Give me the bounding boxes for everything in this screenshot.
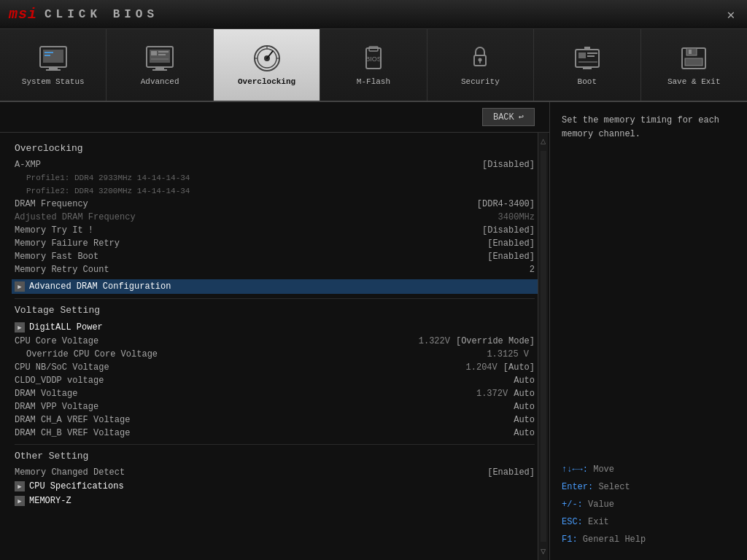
submenu-arrow-icon: ▶ [15,281,25,292]
submenu-cpu-specs[interactable]: ▶ CPU Specifications [15,479,535,494]
nav-tab-m-flash[interactable]: BIOS M-Flash [320,29,427,101]
nav-tab-security[interactable]: Security [427,29,534,101]
back-bar: BACK ↩ [0,102,549,133]
nav-label-overclocking: Overclocking [238,77,295,86]
submenu-cpu-specs-icon: ▶ [15,481,25,491]
submenu-digitall-label: DigitALL Power [29,322,103,332]
svg-line-17 [267,51,273,58]
submenu-digitall-icon: ▶ [15,322,25,332]
msi-logo: msi [9,6,37,23]
header: msi CLICK BIOS ✕ [0,0,747,29]
security-icon [464,44,496,73]
separator-1 [15,298,535,299]
svg-rect-13 [152,69,167,71]
m-flash-icon: BIOS [357,44,390,73]
setting-row-mem-fail[interactable]: Memory Failure Retry [Enabled] [15,237,535,250]
nav-label-boot: Boot [578,77,597,86]
nav-tab-save-exit[interactable]: Save & Exit [641,29,747,101]
help-text: Set the memory timing for each memory ch… [562,114,735,141]
svg-rect-9 [158,51,169,52]
svg-rect-37 [685,58,703,66]
key-move: ↑↓←→: Move [562,461,735,478]
nav-label-m-flash: M-Flash [357,77,390,86]
svg-rect-31 [578,61,597,63]
nav-tab-boot[interactable]: Boot [534,29,640,101]
nav-label-security: Security [461,77,500,86]
save-exit-icon [678,44,710,73]
scroll-up-arrow[interactable]: △ [541,133,546,149]
svg-rect-1 [43,50,63,63]
setting-row-axmp[interactable]: A-XMP [Disabled] [15,158,535,171]
left-panel: BACK ↩ Overclocking A-XMP [Disabled] Pro… [0,102,550,560]
click-bios-label: CLICK BIOS [44,8,158,21]
svg-rect-32 [584,47,590,50]
svg-rect-12 [155,67,164,69]
svg-text:BIOS: BIOS [365,55,382,63]
section-title: Overclocking [15,143,535,154]
svg-rect-30 [587,55,595,57]
other-section-title: Other Setting [15,451,535,462]
svg-rect-36 [689,50,692,54]
svg-rect-33 [583,67,592,69]
content-area: Overclocking A-XMP [Disabled] Profile1: … [0,133,549,560]
submenu-cpu-specs-label: CPU Specifications [29,481,124,491]
setting-row-cldo[interactable]: CLDO_VDDP voltage Auto [15,374,535,387]
submenu-memory-z-label: MEMORY-Z [29,496,71,506]
key-value: +/-: Value [562,496,735,513]
separator-2 [15,444,535,445]
setting-value-axmp: [Disabled] [482,160,535,170]
setting-row-mem-retry[interactable]: Memory Retry Count 2 [15,263,535,276]
setting-row-cpu-core-v[interactable]: CPU Core Voltage 1.322V [Override Mode] [15,335,535,348]
nav-tab-overclocking[interactable]: Overclocking [214,29,320,101]
setting-row-profile2: Profile2: DDR4 3200MHz 14-14-14-34 [15,184,535,198]
setting-row-override-cpu-v[interactable]: Override CPU Core Voltage 1.3125 V [15,348,535,361]
setting-row-mem-changed[interactable]: Memory Changed Detect [Enabled] [15,466,535,479]
setting-row-cpu-nb[interactable]: CPU NB/SoC Voltage 1.204V [Auto] [15,361,535,374]
svg-point-25 [479,58,482,62]
key-select: Enter: Select [562,478,735,496]
main-content: BACK ↩ Overclocking A-XMP [Disabled] Pro… [0,102,747,560]
setting-name-axmp: A-XMP [15,160,482,170]
close-button[interactable]: ✕ [724,7,738,23]
system-status-icon [37,44,69,73]
nav-label-advanced: Advanced [141,77,179,86]
submenu-memory-z[interactable]: ▶ MEMORY-Z [15,494,535,508]
svg-rect-8 [151,51,157,55]
back-button[interactable]: BACK ↩ [482,108,535,126]
setting-row-dram-freq[interactable]: DRAM Frequency [DDR4-3400] [15,198,535,211]
key-exit: ESC: Exit [562,513,735,531]
key-guide: ↑↓←→: Move Enter: Select +/-: Value ESC:… [562,461,735,548]
boot-icon [571,44,603,73]
svg-rect-3 [46,69,61,71]
scroll-down-arrow[interactable]: ▽ [541,543,546,560]
overclocking-icon [251,44,283,73]
right-panel: Set the memory timing for each memory ch… [550,102,747,560]
nav-label-save-exit: Save & Exit [667,77,721,86]
key-help: F1: General Help [562,531,735,548]
submenu-digitall[interactable]: ▶ DigitALL Power [15,320,535,335]
setting-row-profile1: Profile1: DDR4 2933MHz 14-14-14-34 [15,171,535,184]
svg-rect-10 [158,54,166,55]
voltage-section-title: Voltage Setting [15,305,535,316]
setting-row-dram-v[interactable]: DRAM Voltage 1.372V Auto [15,387,535,400]
submenu-advanced-dram-label: Advanced DRAM Configuration [29,281,171,292]
setting-row-mem-fast[interactable]: Memory Fast Boot [Enabled] [15,250,535,263]
submenu-memory-z-icon: ▶ [15,496,25,506]
nav-tab-system-status[interactable]: System Status [0,29,107,101]
setting-row-mem-try[interactable]: Memory Try It ! [Disabled] [15,224,535,237]
setting-row-dram-cha[interactable]: DRAM CH_A VREF Voltage Auto [15,413,535,427]
setting-row-dram-vpp[interactable]: DRAM VPP Voltage Auto [15,400,535,413]
svg-rect-29 [587,52,597,54]
svg-rect-28 [578,52,586,58]
advanced-icon [144,44,176,73]
submenu-advanced-dram[interactable]: ▶ Advanced DRAM Configuration [12,279,538,294]
scrollbar[interactable]: △ ▽ [538,133,548,560]
scroll-track [541,151,546,542]
nav-tab-advanced[interactable]: Advanced [107,29,213,101]
svg-rect-11 [151,58,169,60]
nav-label-system-status: System Status [22,77,85,86]
nav-tabs: System Status Advanced [0,29,747,102]
setting-row-adj-dram: Adjusted DRAM Frequency 3400MHz [15,211,535,224]
setting-row-dram-chb[interactable]: DRAM CH_B VREF Voltage Auto [15,427,535,440]
svg-rect-2 [49,67,58,69]
